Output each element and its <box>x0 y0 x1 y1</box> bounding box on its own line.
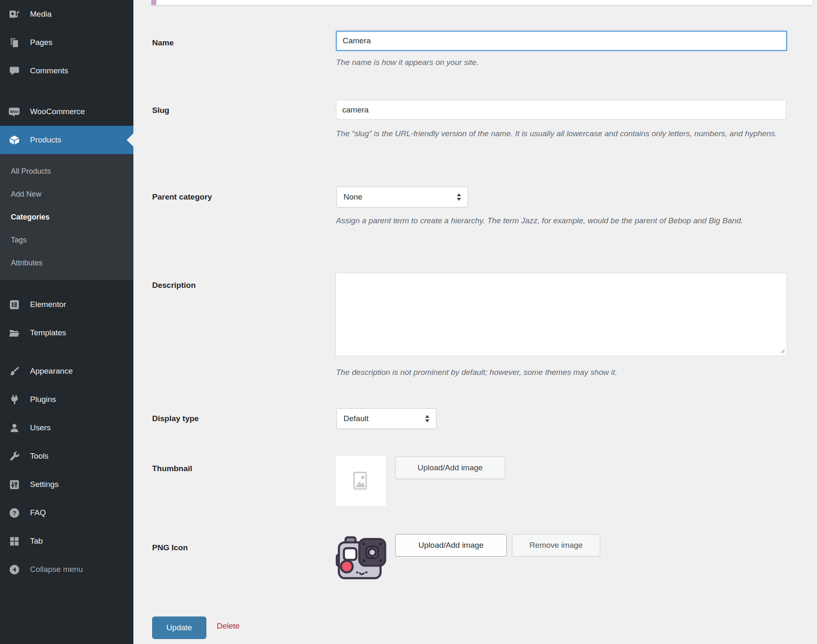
user-icon <box>8 422 20 434</box>
png-icon-remove-button[interactable]: Remove image <box>512 534 600 557</box>
templates-folder-icon <box>8 327 20 339</box>
sidebar-item-appearance[interactable]: Appearance <box>0 357 133 385</box>
sidebar-item-label: Products <box>30 135 61 145</box>
sidebar-item-elementor[interactable]: Elementor <box>0 290 133 319</box>
png-icon-camera-image <box>336 536 388 581</box>
sidebar-item-label: Tools <box>30 452 48 461</box>
select-arrows-icon <box>456 192 462 202</box>
svg-text:?: ? <box>12 509 16 516</box>
collapse-arrow-icon <box>8 564 20 575</box>
sidebar-item-pages[interactable]: Pages <box>0 28 133 57</box>
sidebar-item-label: Templates <box>30 328 66 337</box>
sidebar-item-label: Settings <box>30 480 59 489</box>
parent-category-label: Parent category <box>152 192 212 202</box>
update-button[interactable]: Update <box>152 617 206 639</box>
thumbnail-preview <box>336 456 386 506</box>
products-submenu: All Products Add New Categories Tags Att… <box>0 154 133 280</box>
sidebar-item-products[interactable]: Products <box>0 126 133 154</box>
sidebar-item-label: FAQ <box>30 508 46 517</box>
admin-notice-remnant <box>151 0 812 5</box>
sidebar-subitem-categories[interactable]: Categories <box>0 206 133 229</box>
sidebar-item-templates[interactable]: Templates <box>0 319 133 347</box>
media-icon <box>8 8 20 20</box>
sidebar-item-label: WooCommerce <box>30 107 85 116</box>
display-type-select[interactable]: Default <box>336 408 436 429</box>
sidebar-item-label: Comments <box>30 66 68 75</box>
description-label: Description <box>152 280 196 291</box>
admin-sidebar: Media Pages Comments Woo WooCommerce Pro… <box>0 0 133 644</box>
sidebar-item-label: Media <box>30 10 52 19</box>
sidebar-item-tab[interactable]: Tab <box>0 527 133 555</box>
slug-input[interactable] <box>336 100 786 120</box>
sidebar-item-label: Tab <box>30 537 43 546</box>
sidebar-item-faq[interactable]: ? FAQ <box>0 499 133 527</box>
collapse-menu-button[interactable]: Collapse menu <box>0 555 133 584</box>
description-help-text: The description is not prominent by defa… <box>336 367 617 378</box>
slug-label: Slug <box>152 105 169 116</box>
sidebar-item-settings[interactable]: Settings <box>0 470 133 499</box>
woocommerce-icon: Woo <box>8 106 20 117</box>
delete-link[interactable]: Delete <box>217 622 240 631</box>
sidebar-item-label: Pages <box>30 38 53 47</box>
sidebar-separator <box>0 280 133 290</box>
parent-category-selected-value: None <box>343 192 362 202</box>
products-box-icon <box>8 134 20 146</box>
svg-text:Woo: Woo <box>10 109 19 114</box>
image-placeholder-icon <box>351 470 371 491</box>
grid-icon <box>8 535 20 547</box>
sidebar-item-label: Appearance <box>30 367 73 376</box>
sidebar-subitem-all-products[interactable]: All Products <box>0 160 133 183</box>
sidebar-subitem-add-new[interactable]: Add New <box>0 183 133 206</box>
description-textarea[interactable] <box>336 273 787 356</box>
plugin-icon <box>8 394 20 405</box>
display-type-selected-value: Default <box>343 414 368 423</box>
edit-category-form: Name The name is how it appears on your … <box>133 0 817 644</box>
name-label: Name <box>152 37 174 48</box>
pages-icon <box>8 37 20 48</box>
settings-sliders-icon <box>8 479 20 490</box>
sidebar-item-tools[interactable]: Tools <box>0 442 133 470</box>
parent-category-select[interactable]: None <box>336 187 468 207</box>
sidebar-separator <box>0 347 133 357</box>
wrench-icon <box>8 450 20 462</box>
paintbrush-icon <box>8 365 20 377</box>
sidebar-separator <box>0 85 133 97</box>
sidebar-item-label: Plugins <box>30 395 56 404</box>
sidebar-subitem-tags[interactable]: Tags <box>0 229 133 252</box>
png-icon-upload-button[interactable]: Upload/Add image <box>395 534 507 557</box>
comments-icon <box>8 65 20 77</box>
parent-category-help-text: Assign a parent term to create a hierarc… <box>336 212 743 229</box>
sidebar-item-woocommerce[interactable]: Woo WooCommerce <box>0 97 133 126</box>
slug-help-text: The “slug” is the URL-friendly version o… <box>336 125 777 142</box>
select-arrows-icon <box>424 414 430 423</box>
display-type-label: Display type <box>152 413 199 424</box>
thumbnail-upload-button[interactable]: Upload/Add image <box>395 457 505 479</box>
sidebar-item-label: Collapse menu <box>30 565 83 574</box>
png-icon-label: PNG Icon <box>152 542 188 553</box>
sidebar-item-label: Users <box>30 423 51 432</box>
sidebar-subitem-attributes[interactable]: Attributes <box>0 252 133 275</box>
sidebar-item-media[interactable]: Media <box>0 0 133 28</box>
thumbnail-label: Thumbnail <box>152 463 192 474</box>
sidebar-item-plugins[interactable]: Plugins <box>0 385 133 414</box>
elementor-icon <box>8 299 20 310</box>
sidebar-item-users[interactable]: Users <box>0 414 133 442</box>
name-input[interactable] <box>336 31 787 51</box>
question-mark-icon: ? <box>8 507 20 519</box>
sidebar-item-comments[interactable]: Comments <box>0 57 133 85</box>
name-help-text: The name is how it appears on your site. <box>336 57 479 68</box>
sidebar-item-label: Elementor <box>30 300 66 309</box>
